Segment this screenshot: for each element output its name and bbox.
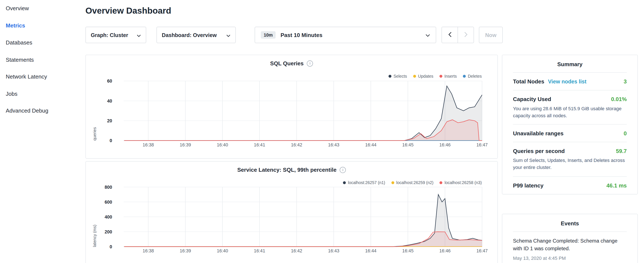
chevron-left-icon bbox=[448, 32, 452, 39]
sidebar-item-statements[interactable]: Statements bbox=[6, 51, 80, 68]
summary-value: 0.01% bbox=[611, 96, 627, 102]
chevron-down-icon bbox=[426, 31, 430, 39]
x-tick-label: 16:44 bbox=[365, 142, 376, 147]
x-tick-label: 16:43 bbox=[328, 248, 339, 253]
service-latency-chart-card: Service Latency: SQL, 99th percentile i … bbox=[86, 161, 498, 263]
summary-panel: Summary Total Nodes View nodes list 3 Ca… bbox=[502, 55, 638, 194]
summary-row-total-nodes: Total Nodes View nodes list 3 bbox=[513, 73, 627, 90]
summary-value: 46.1 ms bbox=[606, 182, 627, 188]
chevron-right-icon bbox=[464, 32, 468, 39]
y-tick-label: 0 bbox=[110, 244, 112, 249]
sidebar-item-metrics[interactable]: Metrics bbox=[6, 17, 80, 34]
summary-label: Total Nodes bbox=[513, 79, 544, 85]
series-line bbox=[124, 86, 482, 141]
y-tick-label: 60 bbox=[107, 79, 112, 84]
x-tick-label: 16:47 bbox=[476, 248, 488, 253]
sql-queries-chart-card: SQL Queries i SelectsUpdatesInsertsDelet… bbox=[86, 55, 498, 159]
summary-row-capacity-used: Capacity Used 0.01% You are using 28.6 M… bbox=[513, 90, 627, 125]
summary-value: 3 bbox=[624, 79, 627, 85]
summary-row-queries-per-second: Queries per second 59.7 Sum of Selects, … bbox=[513, 142, 627, 177]
x-tick-label: 16:47 bbox=[476, 142, 488, 147]
y-tick-label: 800 bbox=[104, 185, 112, 190]
service-latency-chart: 020040060080016:3816:3916:4016:4116:4216… bbox=[86, 161, 498, 263]
series-area bbox=[124, 232, 482, 247]
summary-row-unavailable-ranges: Unavailable ranges 0 bbox=[513, 125, 627, 142]
summary-label: Queries per second bbox=[513, 148, 565, 154]
y-tick-label: 400 bbox=[104, 214, 112, 220]
events-panel: Events Schema Change Completed: Schema c… bbox=[502, 214, 638, 263]
sql-queries-chart: 020406016:3816:3916:4016:4116:4216:4316:… bbox=[86, 55, 498, 159]
time-range-label: Past 10 Minutes bbox=[280, 32, 426, 38]
graph-scope-label: Graph: Cluster bbox=[91, 32, 128, 38]
chevron-down-icon bbox=[226, 32, 230, 38]
y-tick-label: 200 bbox=[104, 229, 112, 234]
dashboard-label: Dashboard: Overview bbox=[162, 32, 217, 38]
sidebar-item-overview[interactable]: Overview bbox=[6, 0, 80, 17]
x-tick-label: 16:42 bbox=[291, 248, 302, 253]
x-tick-label: 16:41 bbox=[254, 248, 265, 253]
view-nodes-list-link[interactable]: View nodes list bbox=[548, 79, 586, 85]
page-title: Overview Dashboard bbox=[86, 6, 171, 16]
time-range-picker[interactable]: 10m Past 10 Minutes bbox=[255, 27, 436, 43]
x-tick-label: 16:44 bbox=[365, 248, 376, 253]
y-tick-label: 0 bbox=[110, 138, 112, 143]
x-tick-label: 16:41 bbox=[254, 142, 265, 147]
summary-title: Summary bbox=[513, 55, 627, 73]
x-tick-label: 16:40 bbox=[217, 142, 228, 147]
sidebar-item-jobs[interactable]: Jobs bbox=[6, 85, 80, 102]
x-tick-label: 16:46 bbox=[439, 248, 450, 253]
x-tick-label: 16:38 bbox=[143, 142, 154, 147]
sidebar: Overview Metrics Databases Statements Ne… bbox=[6, 0, 80, 119]
time-range-badge: 10m bbox=[261, 31, 276, 39]
x-tick-label: 16:39 bbox=[180, 142, 191, 147]
event-timestamp: May 13, 2020 at 4:45 PM bbox=[513, 255, 627, 260]
summary-label: Unavailable ranges bbox=[513, 130, 564, 137]
x-tick-label: 16:45 bbox=[402, 142, 414, 147]
x-tick-label: 16:43 bbox=[328, 142, 339, 147]
x-tick-label: 16:46 bbox=[439, 142, 450, 147]
x-tick-label: 16:40 bbox=[217, 248, 228, 253]
sidebar-item-network-latency[interactable]: Network Latency bbox=[6, 68, 80, 85]
event-text: Schema Change Completed: Schema change w… bbox=[513, 237, 627, 252]
sidebar-item-databases[interactable]: Databases bbox=[6, 34, 80, 51]
summary-description: Sum of Selects, Updates, Inserts, and De… bbox=[513, 157, 627, 171]
sidebar-item-advanced-debug[interactable]: Advanced Debug bbox=[6, 102, 80, 119]
now-button[interactable]: Now bbox=[479, 27, 502, 43]
y-tick-label: 40 bbox=[107, 99, 112, 104]
x-tick-label: 16:45 bbox=[402, 248, 414, 253]
summary-description: You are using 28.6 MiB of 515.9 GiB usab… bbox=[513, 105, 627, 119]
summary-label: Capacity Used bbox=[513, 96, 551, 102]
summary-label: P99 latency bbox=[513, 182, 544, 188]
y-tick-label: 600 bbox=[104, 200, 112, 205]
summary-value: 0 bbox=[624, 130, 627, 137]
time-back-button[interactable] bbox=[442, 27, 458, 43]
time-forward-button[interactable] bbox=[458, 27, 474, 43]
series-area bbox=[124, 86, 482, 141]
chevron-down-icon bbox=[137, 32, 141, 38]
x-tick-label: 16:42 bbox=[291, 142, 302, 147]
dashboard-dropdown[interactable]: Dashboard: Overview bbox=[156, 27, 236, 43]
x-tick-label: 16:38 bbox=[143, 248, 154, 253]
controls-bar: Graph: Cluster Dashboard: Overview 10m P… bbox=[86, 27, 503, 43]
events-title: Events bbox=[513, 214, 627, 232]
y-tick-label: 20 bbox=[107, 118, 112, 123]
app-root: Overview Metrics Databases Statements Ne… bbox=[0, 0, 644, 263]
x-tick-label: 16:39 bbox=[180, 248, 191, 253]
summary-row-p99-latency: P99 latency 46.1 ms bbox=[513, 177, 627, 194]
summary-value: 59.7 bbox=[616, 148, 627, 154]
event-item[interactable]: Schema Change Completed: Schema change w… bbox=[513, 237, 627, 260]
graph-scope-dropdown[interactable]: Graph: Cluster bbox=[86, 27, 146, 43]
